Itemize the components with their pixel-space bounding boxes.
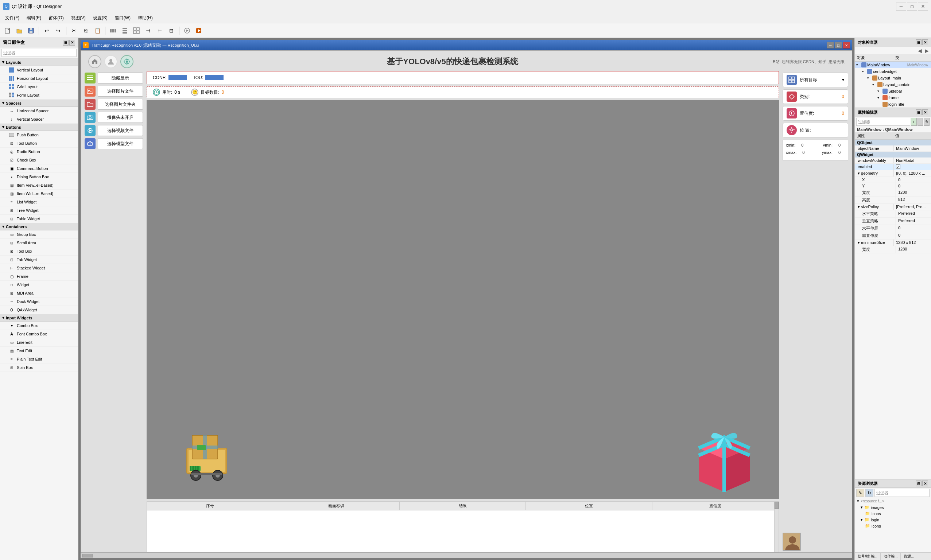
- toolbar-redo[interactable]: ↪: [53, 25, 64, 36]
- nav-next[interactable]: ▶: [923, 48, 930, 54]
- prop-val[interactable]: NonModal: [894, 157, 931, 163]
- toolbar-open[interactable]: [14, 25, 25, 36]
- tree-layout-contain[interactable]: ▾ Layout_contain: [855, 81, 931, 88]
- widget-mdi-area[interactable]: ⊞ MDI Area: [0, 289, 78, 297]
- conf-bar[interactable]: [168, 75, 187, 80]
- menu-settings[interactable]: 设置(S): [89, 14, 111, 22]
- widget-box-close[interactable]: ✕: [69, 40, 75, 46]
- widget-category-buttons[interactable]: ▾ Buttons: [0, 124, 78, 131]
- toolbar-preview[interactable]: [182, 25, 192, 36]
- resource-refresh-btn[interactable]: ↻: [865, 489, 873, 497]
- prop-add-button[interactable]: +: [911, 118, 917, 126]
- widget-tool-button[interactable]: ⊡ Tool Button: [0, 139, 78, 148]
- widget-stacked-widget[interactable]: ⊢ Stacked Widget: [0, 264, 78, 272]
- resource-close[interactable]: ✕: [922, 480, 928, 486]
- widget-text-edit[interactable]: ▤ Text Edit: [0, 347, 78, 355]
- prop-val[interactable]: 1280: [896, 246, 931, 253]
- h-scrollbar[interactable]: [81, 553, 852, 558]
- hide-show-button[interactable]: 隐藏显示: [98, 72, 143, 83]
- toolbar-break[interactable]: ⊟: [166, 25, 177, 36]
- prop-val[interactable]: 1280: [896, 189, 931, 196]
- menu-form[interactable]: 窗体(O): [45, 14, 67, 22]
- prop-val[interactable]: Preferred: [896, 210, 931, 217]
- widget-tree-widget[interactable]: ⊞ Tree Widget: [0, 206, 78, 215]
- res-icons2[interactable]: 📁 icons: [855, 523, 931, 529]
- inspector-float[interactable]: ⊟: [916, 39, 922, 45]
- widget-box-float[interactable]: ⊟: [63, 40, 69, 46]
- widget-category-layouts[interactable]: ▾ Layouts: [0, 59, 78, 66]
- res-login[interactable]: ▾ 📁 login: [855, 517, 931, 523]
- resource-filter-input[interactable]: [874, 489, 929, 497]
- maximize-button[interactable]: □: [907, 3, 917, 11]
- widget-item-widget[interactable]: ▥ Item Wid...m-Based): [0, 189, 78, 198]
- toolbar-cut[interactable]: ✂: [69, 25, 80, 36]
- scroll-thumb[interactable]: [774, 502, 779, 509]
- toolbar-undo[interactable]: ↩: [41, 25, 52, 36]
- widget-widget[interactable]: □ Widget: [0, 281, 78, 289]
- checkbox-enabled[interactable]: [896, 165, 900, 169]
- toolbar-save[interactable]: [26, 25, 37, 36]
- home-button[interactable]: [88, 55, 102, 68]
- widget-qax[interactable]: Q QAxWidget: [0, 306, 78, 314]
- prop-val[interactable]: 0: [896, 225, 931, 232]
- res-icons1[interactable]: 📁 icons: [855, 511, 931, 517]
- tab-signals[interactable]: 信号/槽 编...: [855, 553, 881, 560]
- nav-prev[interactable]: ◀: [916, 48, 923, 54]
- user-button[interactable]: [104, 55, 117, 68]
- widget-push-button[interactable]: Push Button: [0, 131, 78, 139]
- widget-vertical-spacer[interactable]: ↕ Vertical Spacer: [0, 115, 78, 124]
- widget-category-spacers[interactable]: ▾ Spacers: [0, 100, 78, 107]
- toolbar-layout-h[interactable]: [108, 25, 118, 36]
- tree-frame[interactable]: ▾ frame: [855, 94, 931, 101]
- widget-list-widget[interactable]: ≡ List Widget: [0, 198, 78, 206]
- widget-item-view[interactable]: ▤ Item View..el-Based): [0, 181, 78, 189]
- confidence-btn[interactable]: 置信度: 0: [783, 106, 848, 121]
- tab-resources[interactable]: 资源...: [901, 553, 917, 560]
- widget-plain-text-edit[interactable]: ≡ Plain Text Edit: [0, 355, 78, 363]
- widget-tool-box[interactable]: ⊠ Tool Box: [0, 247, 78, 255]
- inspector-close[interactable]: ✕: [922, 39, 928, 45]
- h-scroll-thumb[interactable]: [82, 554, 93, 557]
- widget-check-box[interactable]: ☑ Check Box: [0, 156, 78, 165]
- prop-val[interactable]: 0: [896, 183, 931, 189]
- widget-line-edit[interactable]: ▭ Line Edit: [0, 338, 78, 347]
- widget-command-button[interactable]: ▣ Comman...Button: [0, 165, 78, 173]
- prop-val[interactable]: [894, 164, 931, 170]
- widget-filter-input[interactable]: [2, 49, 77, 57]
- tab-actions[interactable]: 动作编...: [881, 553, 901, 560]
- widget-combo-box[interactable]: ▾ Combo Box: [0, 322, 78, 330]
- tree-login-title[interactable]: loginTitle: [855, 101, 931, 108]
- prop-val[interactable]: 0: [896, 232, 931, 239]
- widget-horizontal-spacer[interactable]: ↔ Horizontal Spacer: [0, 107, 78, 115]
- widget-category-containers[interactable]: ▾ Containers: [0, 223, 78, 231]
- prop-val[interactable]: [(0, 0), 1280 x ...: [894, 170, 931, 177]
- toolbar-align-right[interactable]: ⊢: [154, 25, 165, 36]
- widget-scroll-area[interactable]: ⊟ Scroll Area: [0, 239, 78, 247]
- toolbar-layout-grid[interactable]: [131, 25, 142, 36]
- widget-spin-box[interactable]: ⊞ Spin Box: [0, 363, 78, 372]
- designer-close[interactable]: ✕: [843, 42, 850, 48]
- widget-frame[interactable]: ▢ Frame: [0, 272, 78, 281]
- widget-dialog-button-box[interactable]: ▪ Dialog Button Box: [0, 173, 78, 181]
- widget-font-combo-box[interactable]: A Font Combo Box: [0, 330, 78, 338]
- widget-group-box[interactable]: ▭ Group Box: [0, 231, 78, 239]
- res-root[interactable]: ▾ <resource f...>: [855, 498, 931, 504]
- menu-help[interactable]: 帮助(H): [134, 14, 157, 22]
- widget-tab-widget[interactable]: ⊡ Tab Widget: [0, 255, 78, 264]
- toolbar-new[interactable]: [2, 25, 13, 36]
- widget-dock-widget[interactable]: ⊣ Dock Widget: [0, 297, 78, 306]
- category-btn[interactable]: 类别: 0: [783, 89, 848, 104]
- tree-mainwindow[interactable]: ▾ MainWindow MainWindow: [855, 62, 931, 68]
- table-scrollbar[interactable]: [774, 502, 779, 552]
- widget-radio-button[interactable]: ◎ Radio Button: [0, 148, 78, 156]
- prop-close[interactable]: ✕: [922, 109, 928, 115]
- toolbar-align-left[interactable]: ⊣: [143, 25, 154, 36]
- select-folder-button[interactable]: 选择图片文件夹: [98, 99, 143, 110]
- toolbar-paste[interactable]: 📋: [92, 25, 103, 36]
- menu-window[interactable]: 窗口(W): [111, 14, 134, 22]
- toolbar-run[interactable]: [193, 25, 204, 36]
- designer-minimize[interactable]: ─: [827, 42, 834, 48]
- toolbar-layout-v[interactable]: [119, 25, 130, 36]
- prop-val[interactable]: [Preferred, Pre...: [894, 204, 931, 210]
- resource-edit-btn[interactable]: ✎: [856, 489, 864, 497]
